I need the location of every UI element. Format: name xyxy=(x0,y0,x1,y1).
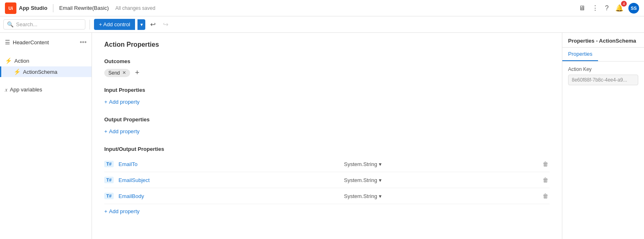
property-name-emailto[interactable]: EmailTo xyxy=(119,161,184,167)
add-input-property-plus-icon: + xyxy=(104,99,108,105)
action-key-value: 8e60f88f-7b8c-4ee4-a9... xyxy=(568,75,638,85)
redo-button[interactable]: ↪ xyxy=(160,19,171,30)
toolbar-divider xyxy=(89,20,90,30)
navbar: Ui App Studio Email Rewrite(Basic) All c… xyxy=(0,0,644,16)
notification-btn-wrapper: 🔔 4 xyxy=(614,2,625,14)
app-studio-label: App Studio xyxy=(19,5,47,11)
property-name-emailbody[interactable]: EmailBody xyxy=(119,193,184,199)
type-label-emailto: System.String xyxy=(344,161,377,167)
main-layout: ☰ HeaderContent ••• ⚡ Action ⚡ ActionSch… xyxy=(0,33,644,239)
table-row: T# EmailSubject System.String ▾ 🗑 xyxy=(104,172,550,188)
add-output-property-label: Add property xyxy=(109,128,140,134)
header-content-icon: ☰ xyxy=(5,39,10,46)
table-row: T# EmailTo System.String ▾ 🗑 xyxy=(104,156,550,172)
add-io-property-plus-icon: + xyxy=(104,208,108,214)
type-dropdown-icon-emailsubject: ▾ xyxy=(379,177,382,183)
action-label: Action xyxy=(14,58,29,64)
sidebar: ☰ HeaderContent ••• ⚡ Action ⚡ ActionSch… xyxy=(0,33,92,239)
add-output-property-button[interactable]: + Add property xyxy=(104,127,140,136)
input-properties-section: Input Properties + Add property xyxy=(104,87,550,107)
io-properties-section: Input/Output Properties T# EmailTo Syste… xyxy=(104,146,550,216)
sidebar-item-header-content[interactable]: ☰ HeaderContent ••• xyxy=(0,36,92,48)
add-control-dropdown[interactable]: ▾ xyxy=(138,19,145,30)
type-selector-emailsubject[interactable]: System.String ▾ xyxy=(341,176,385,184)
app-variables-icon: 𝑥 xyxy=(5,86,7,93)
add-outcome-button[interactable]: + xyxy=(133,68,141,77)
type-badge-emailbody: T# xyxy=(104,193,114,199)
navbar-right: 🖥 ⋮ ? 🔔 4 SS xyxy=(577,2,639,14)
right-panel-body: Action Key 8e60f88f-7b8c-4ee4-a9... xyxy=(562,61,644,90)
outcomes-section: Outcomes Send ✕ + xyxy=(104,58,550,77)
more-options-btn[interactable]: ⋮ xyxy=(590,2,600,14)
input-properties-label: Input Properties xyxy=(104,87,550,93)
header-content-more-icon[interactable]: ••• xyxy=(80,39,87,46)
app-variables-label: App variables xyxy=(10,86,42,93)
type-badge-emailsubject: T# xyxy=(104,177,114,183)
io-properties-label: Input/Output Properties xyxy=(104,146,550,152)
header-content-label: HeaderContent xyxy=(13,39,49,46)
send-outcome-chip: Send ✕ xyxy=(104,69,130,77)
delete-emailbody-button[interactable]: 🗑 xyxy=(541,191,550,200)
type-badge-emailto: T# xyxy=(104,161,114,167)
add-io-property-button[interactable]: + Add property xyxy=(104,207,140,216)
action-schema-label: ActionSchema xyxy=(23,69,57,75)
add-control-button[interactable]: + Add control xyxy=(94,19,135,30)
sidebar-item-app-variables[interactable]: 𝑥 App variables xyxy=(0,84,92,96)
output-properties-label: Output Properties xyxy=(104,116,550,123)
type-label-emailbody: System.String xyxy=(344,193,377,199)
sidebar-item-action[interactable]: ⚡ Action xyxy=(0,55,92,66)
screen-icon-btn[interactable]: 🖥 xyxy=(577,3,587,14)
search-placeholder: Search... xyxy=(16,21,37,27)
logo-text: Ui xyxy=(9,6,13,11)
type-dropdown-icon-emailto: ▾ xyxy=(379,161,382,167)
type-label-emailsubject: System.String xyxy=(344,177,377,183)
table-row: T# EmailBody System.String ▾ 🗑 xyxy=(104,188,550,204)
help-btn[interactable]: ? xyxy=(603,3,610,14)
sidebar-section-header: ☰ HeaderContent ••• xyxy=(0,33,92,52)
remove-send-chip-btn[interactable]: ✕ xyxy=(122,70,126,75)
project-name: Email Rewrite(Basic) xyxy=(59,5,109,11)
output-properties-section: Output Properties + Add property xyxy=(104,116,550,136)
right-panel: Properties - ActionSchema Properties Act… xyxy=(562,33,644,239)
content-area: Action Properties Outcomes Send ✕ + Inpu… xyxy=(92,33,562,239)
toolbar: 🔍 Search... + Add control ▾ ↩ ↪ xyxy=(0,16,644,33)
delete-emailsubject-button[interactable]: 🗑 xyxy=(541,175,550,184)
type-selector-emailbody[interactable]: System.String ▾ xyxy=(341,192,385,200)
brand-area: Ui App Studio xyxy=(5,2,47,14)
property-list: T# EmailTo System.String ▾ 🗑 T# EmailSub… xyxy=(104,156,550,204)
tab-properties[interactable]: Properties xyxy=(562,48,598,61)
add-input-property-label: Add property xyxy=(109,99,140,105)
send-chip-label: Send xyxy=(108,70,120,76)
action-schema-icon: ⚡ xyxy=(14,68,21,75)
add-io-property-label: Add property xyxy=(109,208,140,214)
add-output-property-plus-icon: + xyxy=(104,128,108,134)
outcomes-row: Send ✕ + xyxy=(104,68,550,77)
search-icon: 🔍 xyxy=(7,21,14,27)
saved-status: All changes saved xyxy=(115,5,155,11)
right-panel-tabs: Properties xyxy=(562,48,644,61)
outcomes-label: Outcomes xyxy=(104,58,550,64)
brand-logo: Ui xyxy=(5,2,16,14)
navbar-divider-1 xyxy=(53,4,53,12)
search-box[interactable]: 🔍 Search... xyxy=(3,19,85,30)
undo-button[interactable]: ↩ xyxy=(148,19,158,30)
type-dropdown-icon-emailbody: ▾ xyxy=(379,193,382,199)
right-panel-title: Properties - ActionSchema xyxy=(562,33,644,48)
page-title: Action Properties xyxy=(104,41,550,48)
sidebar-section-action: ⚡ Action ⚡ ActionSchema xyxy=(0,52,92,80)
notification-badge: 4 xyxy=(621,1,627,7)
user-avatar[interactable]: SS xyxy=(628,3,639,14)
add-input-property-button[interactable]: + Add property xyxy=(104,97,140,107)
type-selector-emailto[interactable]: System.String ▾ xyxy=(341,160,385,168)
sidebar-item-action-schema[interactable]: ⚡ ActionSchema xyxy=(0,66,92,77)
delete-emailto-button[interactable]: 🗑 xyxy=(541,159,550,168)
sidebar-section-app-vars: 𝑥 App variables xyxy=(0,80,92,99)
action-icon: ⚡ xyxy=(5,57,12,64)
property-name-emailsubject[interactable]: EmailSubject xyxy=(119,177,184,183)
action-key-label: Action Key xyxy=(568,66,638,72)
